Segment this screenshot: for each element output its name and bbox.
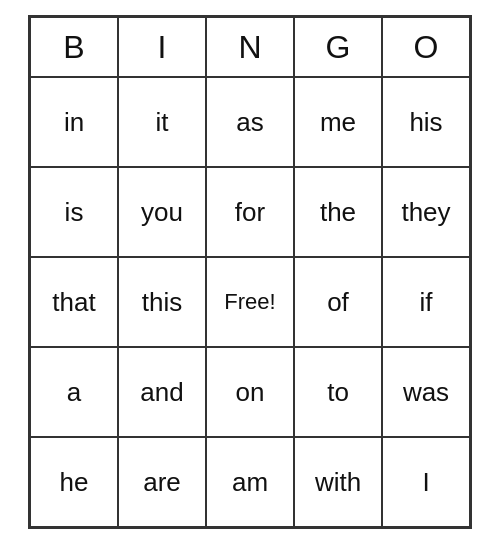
- header-row: B I N G O: [30, 17, 470, 77]
- cell-3-3-free: Free!: [206, 257, 294, 347]
- row-3: that this Free! of if: [30, 257, 470, 347]
- cell-2-4: the: [294, 167, 382, 257]
- header-b: B: [30, 17, 118, 77]
- cell-1-3: as: [206, 77, 294, 167]
- cell-1-2: it: [118, 77, 206, 167]
- cell-3-2: this: [118, 257, 206, 347]
- cell-5-4: with: [294, 437, 382, 527]
- cell-3-5: if: [382, 257, 470, 347]
- cell-4-1: a: [30, 347, 118, 437]
- cell-5-5: I: [382, 437, 470, 527]
- cell-1-5: his: [382, 77, 470, 167]
- cell-5-1: he: [30, 437, 118, 527]
- header-o: O: [382, 17, 470, 77]
- cell-4-4: to: [294, 347, 382, 437]
- cell-2-3: for: [206, 167, 294, 257]
- row-4: a and on to was: [30, 347, 470, 437]
- cell-5-2: are: [118, 437, 206, 527]
- header-i: I: [118, 17, 206, 77]
- row-2: is you for the they: [30, 167, 470, 257]
- cell-2-2: you: [118, 167, 206, 257]
- header-n: N: [206, 17, 294, 77]
- cell-4-5: was: [382, 347, 470, 437]
- cell-4-3: on: [206, 347, 294, 437]
- row-5: he are am with I: [30, 437, 470, 527]
- cell-1-1: in: [30, 77, 118, 167]
- cell-3-4: of: [294, 257, 382, 347]
- row-1: in it as me his: [30, 77, 470, 167]
- cell-2-5: they: [382, 167, 470, 257]
- cell-1-4: me: [294, 77, 382, 167]
- cell-3-1: that: [30, 257, 118, 347]
- header-g: G: [294, 17, 382, 77]
- cell-5-3: am: [206, 437, 294, 527]
- bingo-board: B I N G O in it as me his is you for the…: [28, 15, 472, 529]
- cell-4-2: and: [118, 347, 206, 437]
- cell-2-1: is: [30, 167, 118, 257]
